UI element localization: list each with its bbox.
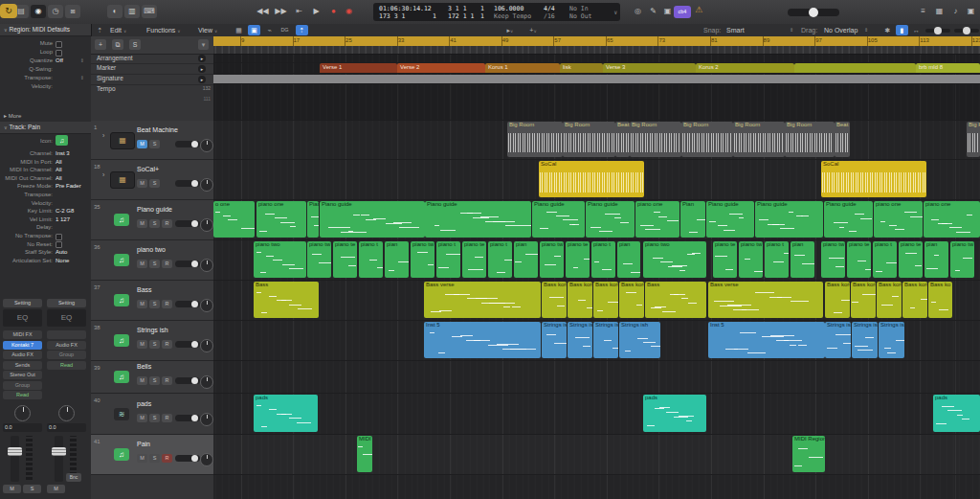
track-volume-knob[interactable]: [191, 261, 198, 267]
track-solo-button[interactable]: S: [149, 260, 160, 268]
disclosure-triangle-icon[interactable]: ›: [102, 171, 104, 178]
musical-typing-icon[interactable]: ⌨: [142, 5, 157, 18]
global-header-zoom-button[interactable]: ▸: [198, 55, 206, 62]
track-pan-knob[interactable]: [200, 218, 213, 232]
global-tracks-toggle-icon[interactable]: ▾: [198, 39, 209, 50]
region-param-stepper-icon[interactable]: ⇕: [80, 57, 84, 64]
forward-button[interactable]: ▶▶: [273, 5, 289, 18]
region[interactable]: piano te: [847, 241, 871, 278]
region[interactable]: piano one: [874, 201, 923, 238]
region[interactable]: piano t: [765, 241, 789, 278]
strip-slot[interactable]: Read: [47, 361, 86, 370]
track-header-pads[interactable]: 40≋padsMSR: [91, 394, 213, 435]
region[interactable]: piano te: [333, 241, 357, 278]
marker-region[interactable]: brb mld 8: [916, 63, 980, 73]
strip-slot[interactable]: Group: [3, 381, 42, 390]
smart-controls-icon[interactable]: ◐: [107, 5, 122, 18]
track-pan-knob[interactable]: [200, 375, 213, 389]
automation-icon[interactable]: ⌁: [263, 25, 276, 35]
midi-note-icon[interactable]: ♫: [114, 294, 129, 306]
track-mute-button[interactable]: M: [137, 300, 147, 308]
track-record-button[interactable]: R: [162, 454, 172, 463]
drag-stepper-icon[interactable]: ⇕: [864, 24, 868, 36]
warning-icon[interactable]: ⚠: [695, 5, 702, 14]
region[interactable]: pads: [643, 395, 706, 432]
tempo-lane[interactable]: [213, 84, 980, 121]
track-mute-button[interactable]: M: [137, 179, 147, 188]
command-tool-menu[interactable]: +∨: [523, 25, 543, 35]
play-button[interactable]: ▶: [308, 5, 324, 18]
region[interactable]: MIDI: [357, 436, 372, 472]
track-record-button[interactable]: R: [162, 340, 172, 349]
track-record-button[interactable]: R: [162, 376, 172, 385]
region[interactable]: Beat: [835, 122, 850, 157]
list-editors-icon[interactable]: ≡: [915, 5, 931, 18]
dg-icon[interactable]: DG: [278, 25, 291, 35]
region[interactable]: Strings ish: [568, 322, 592, 358]
track-record-button[interactable]: R: [162, 219, 172, 228]
region[interactable]: Piano guide: [706, 201, 754, 238]
region[interactable]: Pian: [680, 201, 705, 238]
track-volume-slider[interactable]: [175, 455, 200, 462]
region[interactable]: Bass ko: [928, 282, 952, 318]
track-lane-bells[interactable]: [213, 361, 980, 394]
region[interactable]: Bass: [254, 282, 319, 318]
go-to-begin-button[interactable]: ⇤: [291, 5, 307, 18]
region[interactable]: Big Room: [507, 122, 563, 157]
track-solo-button[interactable]: S: [149, 454, 160, 463]
strip-fader-handle[interactable]: [8, 447, 22, 456]
pointer-tool-menu[interactable]: ▸∨: [501, 25, 520, 35]
strip-solo-button[interactable]: S: [23, 485, 41, 493]
cycle-button[interactable]: ↻: [0, 4, 17, 18]
toolbar-toggle-icon[interactable]: ⧈: [65, 5, 80, 18]
snap-stepper-icon[interactable]: ⇕: [790, 24, 793, 36]
region[interactable]: piano te: [566, 241, 590, 278]
region[interactable]: piano t: [873, 241, 897, 278]
drum-machine-icon[interactable]: ▦: [110, 132, 135, 149]
inspector-toggle-icon[interactable]: ◉: [31, 5, 46, 18]
marker-region[interactable]: lisk: [560, 63, 603, 73]
track-header-piano-two[interactable]: 36♫piano twoMSR: [91, 240, 213, 281]
region[interactable]: Bass korus: [542, 282, 567, 318]
region[interactable]: Bass korus: [877, 282, 902, 318]
track-header-socal-[interactable]: 18›▦SoCal+MS: [91, 160, 213, 200]
region-inspector-header[interactable]: ∨ Region: MIDI Defaults: [0, 24, 91, 36]
midi-note-icon[interactable]: ♫: [114, 334, 129, 347]
view-menu[interactable]: View ∨: [198, 24, 217, 36]
region[interactable]: Big Room: [681, 122, 733, 157]
region[interactable]: pian: [791, 241, 814, 278]
autopunch-button[interactable]: ◉: [341, 5, 357, 18]
strip-slot[interactable]: [47, 330, 86, 339]
region[interactable]: Big R: [967, 122, 980, 157]
strip-slot[interactable]: Audio FX: [3, 351, 42, 359]
solo-off-button[interactable]: S: [129, 39, 141, 50]
lcd-mode-chevron-icon[interactable]: ∨: [613, 9, 617, 15]
region[interactable]: Strings ish: [825, 322, 851, 358]
strip-slot[interactable]: Group: [47, 351, 86, 359]
marker-region[interactable]: Korus 2: [696, 63, 794, 73]
track-volume-slider[interactable]: [175, 220, 200, 227]
region[interactable]: piano tw: [950, 241, 974, 278]
region[interactable]: Strings ish: [593, 322, 618, 358]
track-solo-button[interactable]: S: [149, 219, 160, 228]
region-param-checkbox[interactable]: [56, 41, 62, 48]
region[interactable]: pian: [617, 241, 640, 278]
track-volume-slider[interactable]: [175, 301, 200, 307]
region[interactable]: piano two: [643, 241, 706, 278]
global-header-zoom-button[interactable]: ▸: [198, 65, 206, 73]
track-header-bass[interactable]: 37♫BassMSR: [91, 281, 213, 321]
horizontal-zoom-slider[interactable]: [925, 29, 950, 33]
track-pan-knob[interactable]: [200, 299, 213, 312]
midi-note-icon[interactable]: ♫: [114, 448, 129, 461]
region[interactable]: SoCal: [821, 161, 926, 197]
track-header-piano-guide[interactable]: 35♫Piano guideMSR: [91, 200, 213, 240]
track-header-pain[interactable]: 41♫PainMSR: [91, 435, 213, 475]
region[interactable]: Strings ish: [879, 322, 904, 358]
region[interactable]: o one: [213, 201, 255, 238]
region[interactable]: Bass korus: [593, 282, 618, 318]
drum-machine-icon[interactable]: ▦: [110, 171, 135, 189]
arrangement-lane[interactable]: [213, 54, 980, 63]
region[interactable]: Pian: [307, 201, 319, 238]
vertical-zoom-knob[interactable]: [963, 27, 970, 34]
region[interactable]: Big Room: [733, 122, 785, 157]
